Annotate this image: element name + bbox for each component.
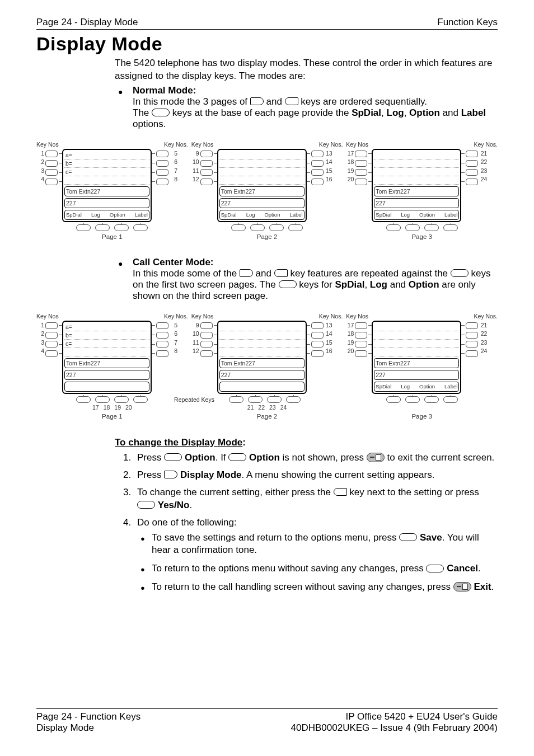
cc-panel-page2: Key NosKey Nos. 9101112 Tom Extn227 227 … <box>191 313 343 420</box>
step-1: Press Option. If Option is not shown, pr… <box>134 452 498 464</box>
d-key-icon <box>250 97 264 105</box>
mode-normal-title: Normal Mode: <box>133 85 196 96</box>
mode-cc-title: Call Center Mode: <box>133 257 214 267</box>
oval-key-icon <box>152 109 170 116</box>
d-key-left-icon <box>274 269 288 277</box>
cc-panel-page1: Key NosKey Nos. 1234 a= b= c= Tom Extn22… <box>36 313 188 420</box>
footer-right-2: 40DHB0002UKEG – Issue 4 (9th February 20… <box>291 722 498 734</box>
step-4-save: ● To save the settings and return to the… <box>137 532 498 557</box>
page-footer: Page 24 - Function Keys Display Mode IP … <box>36 708 498 734</box>
cc-panel-page3: Key NosKey Nos. 17181920 Tom Extn227 227… <box>346 313 498 420</box>
header-left: Page 24 - Display Mode <box>36 17 138 28</box>
step-4-exit: ● To return to the call handling screen … <box>137 581 498 594</box>
d-key-icon <box>164 471 177 478</box>
panel-page2: Key NosKey Nos. 9101112 Tom Extn227 227 … <box>191 141 343 240</box>
page-title: Display Mode <box>36 33 498 55</box>
mn-line2: The keys at the base of each page provid… <box>133 107 486 129</box>
repeated-keys-label: Repeated Keys <box>174 396 214 403</box>
steps-heading: To change the Display Mode: <box>115 436 498 449</box>
cc-body: In this mode some of the and key feature… <box>133 268 490 301</box>
footer-left-2: Display Mode <box>36 722 140 734</box>
step-4-cancel: ● To return to the options menu without … <box>137 562 498 575</box>
step-2: Press Display Mode. A menu showing the c… <box>134 469 498 482</box>
d-key-left-icon <box>285 97 298 105</box>
oval-key-icon <box>426 565 444 572</box>
step-3: To change the current setting, either pr… <box>134 486 498 512</box>
step-4: Do one of the following: ● To save the s… <box>134 516 498 594</box>
panel-page3: Key NosKey Nos. 17181920 Tom Extn227 227… <box>346 141 498 240</box>
exit-key-icon <box>367 453 385 462</box>
figure-cc-mode: Key NosKey Nos. 1234 a= b= c= Tom Extn22… <box>36 313 498 420</box>
oval-key-icon <box>399 533 417 541</box>
exit-key-icon <box>453 582 471 591</box>
footer-left-1: Page 24 - Function Keys <box>36 711 140 722</box>
oval-key-icon <box>228 453 246 461</box>
mode-cc-item: ● Call Center Mode: In this mode some of… <box>115 257 498 302</box>
d-key-icon <box>240 269 253 277</box>
oval-key-icon <box>451 269 469 277</box>
header-right: Function Keys <box>437 17 498 28</box>
intro-text: The 5420 telephone has two display modes… <box>115 57 498 83</box>
footer-right-1: IP Office 5420 + EU24 User's Guide <box>291 711 498 722</box>
mode-normal-item: ● Normal Mode: In this mode the 3 pages … <box>115 85 498 130</box>
mn-line1: In this mode the 3 pages of and keys are… <box>133 96 427 107</box>
bullet-icon: ● <box>118 259 123 268</box>
figure-normal-mode: Key NosKey Nos. 1234 a= b= c= Tom Extn22… <box>36 141 498 240</box>
page-header: Page 24 - Display Mode Function Keys <box>36 17 498 30</box>
d-key-left-icon <box>334 488 347 496</box>
panel-page1: Key NosKey Nos. 1234 a= b= c= Tom Extn22… <box>36 141 188 240</box>
oval-key-icon <box>279 280 297 288</box>
oval-key-icon <box>137 501 155 509</box>
bullet-icon: ● <box>118 87 123 96</box>
oval-key-icon <box>164 453 182 461</box>
